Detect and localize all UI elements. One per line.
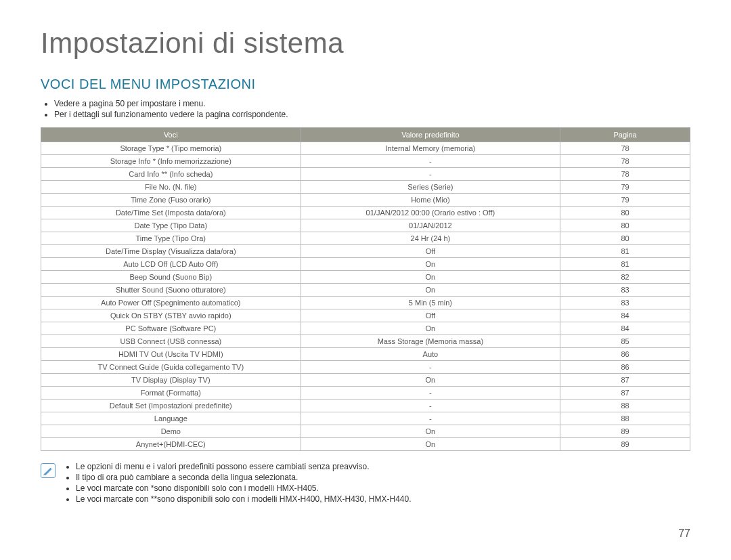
section-title: VOCI DEL MENU IMPOSTAZIONI <box>41 77 690 92</box>
table-cell: Off <box>301 245 560 258</box>
table-cell: 81 <box>560 258 690 271</box>
table-row: Time Type (Tipo Ora)24 Hr (24 h)80 <box>41 232 690 245</box>
table-cell: Auto Power Off (Spegnimento automatico) <box>41 297 301 309</box>
table-row: USB Connect (USB connessa)Mass Storage (… <box>41 335 690 348</box>
table-row: Format (Formatta)-87 <box>41 387 690 400</box>
table-cell: Date/Time Set (Imposta data/ora) <box>41 207 301 219</box>
col-header-page: Pagina <box>560 128 690 142</box>
table-cell: Off <box>301 309 560 322</box>
table-cell: File No. (N. file) <box>41 181 301 194</box>
table-cell: Storage Type * (Tipo memoria) <box>41 142 301 155</box>
table-cell: 85 <box>560 335 690 348</box>
table-cell: 79 <box>560 194 690 207</box>
table-cell: 87 <box>560 387 690 400</box>
table-cell: 78 <box>560 155 690 168</box>
table-cell: Card Info ** (Info scheda) <box>41 168 301 181</box>
page-number: 77 <box>678 527 690 540</box>
table-cell: On <box>301 271 560 284</box>
table-row: Storage Info * (Info memorizzazione)-78 <box>41 155 690 168</box>
table-cell: 80 <box>560 219 690 232</box>
table-row: Beep Sound (Suono Bip)On82 <box>41 271 690 284</box>
table-cell: Date/Time Display (Visualizza data/ora) <box>41 245 301 258</box>
intro-bullet: Vedere a pagina 50 per impostare i menu. <box>54 99 690 108</box>
table-cell: 88 <box>560 412 690 425</box>
table-cell: Default Set (Impostazioni predefinite) <box>41 400 301 412</box>
note-item: Le opzioni di menu e i valori predefinit… <box>76 462 412 471</box>
table-row: Anynet+(HDMI-CEC)On89 <box>41 438 690 451</box>
table-cell: 89 <box>560 425 690 438</box>
table-cell: Language <box>41 412 301 425</box>
table-row: Quick On STBY (STBY avvio rapido)Off84 <box>41 309 690 322</box>
table-row: Auto LCD Off (LCD Auto Off)On81 <box>41 258 690 271</box>
table-row: Date Type (Tipo Data)01/JAN/201280 <box>41 219 690 232</box>
table-cell: HDMI TV Out (Uscita TV HDMI) <box>41 348 301 361</box>
table-cell: - <box>301 361 560 374</box>
table-row: Card Info ** (Info scheda)-78 <box>41 168 690 181</box>
table-cell: 84 <box>560 322 690 335</box>
table-cell: 80 <box>560 207 690 219</box>
table-cell: 86 <box>560 348 690 361</box>
table-cell: - <box>301 155 560 168</box>
intro-bullet: Per i dettagli sul funzionamento vedere … <box>54 110 690 119</box>
table-row: Time Zone (Fuso orario)Home (Mio)79 <box>41 194 690 207</box>
table-cell: Storage Info * (Info memorizzazione) <box>41 155 301 168</box>
intro-bullets: Vedere a pagina 50 per impostare i menu.… <box>41 99 690 119</box>
table-row: Language-88 <box>41 412 690 425</box>
table-cell: On <box>301 284 560 297</box>
table-cell: 89 <box>560 438 690 451</box>
table-cell: 78 <box>560 168 690 181</box>
table-row: TV Display (Display TV)On87 <box>41 374 690 387</box>
table-cell: 86 <box>560 361 690 374</box>
table-cell: 82 <box>560 271 690 284</box>
table-row: Default Set (Impostazioni predefinite)-8… <box>41 400 690 412</box>
note-item: Le voci marcate con *sono disponibili so… <box>76 483 412 493</box>
table-row: Date/Time Set (Imposta data/ora)01/JAN/2… <box>41 207 690 219</box>
table-cell: 84 <box>560 309 690 322</box>
table-cell: Home (Mio) <box>301 194 560 207</box>
table-cell: 78 <box>560 142 690 155</box>
table-cell: PC Software (Software PC) <box>41 322 301 335</box>
table-header-row: Voci Valore predefinito Pagina <box>41 128 690 142</box>
note-item: Le voci marcate con **sono disponibili s… <box>76 494 412 504</box>
table-cell: Series (Serie) <box>301 181 560 194</box>
note-item: Il tipo di ora può cambiare a seconda de… <box>76 473 412 482</box>
table-row: Shutter Sound (Suono otturatore)On83 <box>41 284 690 297</box>
table-cell: 79 <box>560 181 690 194</box>
table-cell: - <box>301 412 560 425</box>
page-title: Impostazioni di sistema <box>41 27 690 60</box>
document-page: Impostazioni di sistema VOCI DEL MENU IM… <box>0 0 731 525</box>
table-cell: Format (Formatta) <box>41 387 301 400</box>
table-cell: 88 <box>560 400 690 412</box>
table-cell: On <box>301 258 560 271</box>
table-cell: On <box>301 322 560 335</box>
table-cell: Date Type (Tipo Data) <box>41 219 301 232</box>
table-cell: 87 <box>560 374 690 387</box>
table-cell: 01/JAN/2012 <box>301 219 560 232</box>
note-icon <box>41 463 56 478</box>
table-cell: 01/JAN/2012 00:00 (Orario estivo : Off) <box>301 207 560 219</box>
table-cell: 80 <box>560 232 690 245</box>
table-row: Storage Type * (Tipo memoria)Internal Me… <box>41 142 690 155</box>
settings-table: Voci Valore predefinito Pagina Storage T… <box>41 127 690 451</box>
table-cell: Quick On STBY (STBY avvio rapido) <box>41 309 301 322</box>
table-cell: - <box>301 400 560 412</box>
table-cell: - <box>301 387 560 400</box>
table-cell: On <box>301 438 560 451</box>
note-list: Le opzioni di menu e i valori predefinit… <box>64 462 412 505</box>
table-cell: 24 Hr (24 h) <box>301 232 560 245</box>
table-cell: Beep Sound (Suono Bip) <box>41 271 301 284</box>
table-cell: TV Display (Display TV) <box>41 374 301 387</box>
table-cell: Auto <box>301 348 560 361</box>
table-row: DemoOn89 <box>41 425 690 438</box>
table-cell: Internal Memory (memoria) <box>301 142 560 155</box>
table-row: Date/Time Display (Visualizza data/ora)O… <box>41 245 690 258</box>
table-cell: TV Connect Guide (Guida collegamento TV) <box>41 361 301 374</box>
table-cell: 83 <box>560 284 690 297</box>
table-cell: 83 <box>560 297 690 309</box>
col-header-items: Voci <box>41 128 301 142</box>
table-row: PC Software (Software PC)On84 <box>41 322 690 335</box>
col-header-default: Valore predefinito <box>301 128 560 142</box>
table-cell: 5 Min (5 min) <box>301 297 560 309</box>
table-cell: Shutter Sound (Suono otturatore) <box>41 284 301 297</box>
table-row: TV Connect Guide (Guida collegamento TV)… <box>41 361 690 374</box>
